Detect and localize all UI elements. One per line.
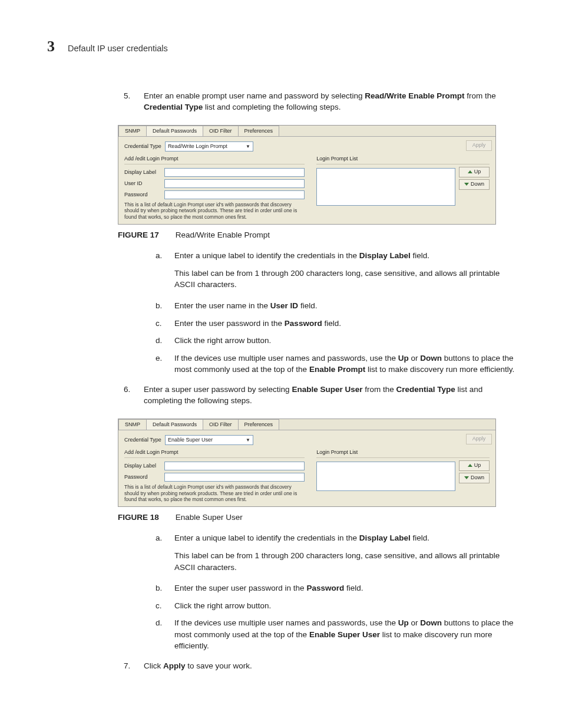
login-prompt-listbox[interactable] — [316, 462, 455, 491]
step-5: 5. Enter an enable prompt user name and … — [124, 90, 515, 113]
down-button[interactable]: Down — [459, 473, 490, 483]
tab-oid-filter[interactable]: OID Filter — [203, 126, 239, 136]
step-5c: c. Enter the user password in the Passwo… — [156, 318, 515, 330]
tab-snmp[interactable]: SNMP — [118, 126, 147, 136]
login-prompt-listbox[interactable] — [316, 168, 455, 206]
step-6c: c. Click the right arrow button. — [156, 600, 515, 612]
credential-type-label: Credential Type — [124, 143, 161, 150]
chevron-down-icon: ▼ — [246, 143, 250, 150]
tab-oid-filter[interactable]: OID Filter — [203, 419, 239, 430]
tab-default-passwords[interactable]: Default Passwords — [146, 419, 203, 430]
apply-button[interactable]: Apply — [466, 140, 492, 151]
tabs: SNMP Default Passwords OID Filter Prefer… — [118, 419, 495, 430]
step-5d: d. Click the right arrow button. — [156, 335, 515, 347]
up-button[interactable]: Up — [459, 167, 490, 177]
chapter-title: Default IP user credentials — [68, 42, 168, 55]
down-button[interactable]: Down — [459, 179, 490, 190]
triangle-up-icon — [468, 464, 472, 467]
password-label: Password — [124, 191, 161, 199]
up-button[interactable]: Up — [459, 460, 490, 471]
login-prompt-list-section: Login Prompt List — [316, 155, 490, 164]
step-5e: e. If the devices use multiple user name… — [156, 353, 515, 375]
triangle-up-icon — [468, 170, 472, 173]
figure-18: SNMP Default Passwords OID Filter Prefer… — [118, 419, 515, 507]
step-text: Enter an enable prompt user name and pas… — [144, 90, 515, 113]
figure-17: SNMP Default Passwords OID Filter Prefer… — [118, 125, 515, 225]
password-input[interactable] — [164, 473, 305, 482]
step-5b: b. Enter the user name in the User ID fi… — [156, 300, 515, 312]
help-text: This is a list of default Login Prompt u… — [124, 484, 305, 503]
tab-preferences[interactable]: Preferences — [238, 419, 280, 430]
tab-snmp[interactable]: SNMP — [118, 419, 147, 430]
step-6a: a. Enter a unique label to identify the … — [156, 532, 515, 577]
add-edit-section: Add /edit Login Prompt — [124, 155, 305, 164]
figure-18-caption: FIGURE 18Enable Super User — [118, 512, 515, 523]
step-5a: a. Enter a unique label to identify the … — [156, 250, 515, 294]
figure-17-caption: FIGURE 17Read/Write Enable Prompt — [118, 229, 515, 241]
add-edit-section: Add /edit Login Prompt — [124, 449, 305, 458]
display-label-label: Display Label — [124, 169, 161, 176]
chevron-down-icon: ▼ — [246, 437, 250, 444]
help-text: This is a list of default Login Prompt u… — [124, 202, 305, 220]
display-label-input[interactable] — [164, 462, 305, 470]
credential-type-label: Credential Type — [124, 436, 161, 444]
step-6d: d. If the devices use multiple user name… — [156, 617, 515, 652]
step-6b: b. Enter the super user password in the … — [156, 582, 515, 594]
password-label: Password — [124, 473, 161, 481]
display-label-label: Display Label — [124, 462, 161, 470]
triangle-down-icon — [464, 183, 469, 186]
step-7: 7. Click Apply to save your work. — [124, 660, 515, 672]
tab-preferences[interactable]: Preferences — [238, 126, 280, 136]
apply-button[interactable]: Apply — [466, 434, 492, 444]
page-header: 3 Default IP user credentials — [47, 35, 515, 58]
chapter-number: 3 — [47, 35, 55, 58]
tab-default-passwords[interactable]: Default Passwords — [146, 126, 203, 136]
credential-type-select[interactable]: Read/Write Login Prompt ▼ — [165, 141, 253, 151]
step-number: 5. — [124, 90, 135, 113]
login-prompt-list-section: Login Prompt List — [316, 449, 490, 458]
user-id-label: User ID — [124, 180, 161, 187]
credential-type-select[interactable]: Enable Super User ▼ — [165, 435, 253, 445]
step-6: 6. Enter a super user password by select… — [124, 384, 515, 407]
display-label-input[interactable] — [164, 168, 305, 177]
user-id-input[interactable] — [164, 179, 305, 188]
triangle-down-icon — [464, 476, 469, 479]
tabs: SNMP Default Passwords OID Filter Prefer… — [118, 126, 495, 137]
password-input[interactable] — [164, 190, 305, 199]
